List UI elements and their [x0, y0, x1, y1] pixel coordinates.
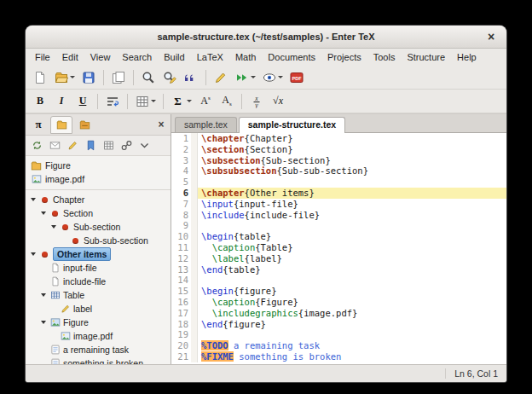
structure-item-section[interactable]: Section	[26, 206, 171, 220]
structure-item-a-remaining-task[interactable]: a remaining task	[26, 343, 171, 356]
save-all-button[interactable]	[108, 67, 129, 87]
quotes-button[interactable]	[181, 67, 201, 87]
code-editor[interactable]: 1\chapter{Chapter}2\section{Section}3\su…	[171, 133, 506, 364]
quickbuild-button[interactable]	[232, 67, 258, 87]
code-line[interactable]: 8\include{include-file}	[171, 210, 506, 221]
close-button[interactable]: ×	[483, 28, 500, 45]
quotes-icon	[184, 70, 199, 84]
underline-button[interactable]: U	[72, 91, 93, 111]
menu-math[interactable]: Math	[229, 50, 262, 64]
main-area: π × Figureimage.pdf ChapterSectionSub-se…	[26, 113, 506, 364]
expand-arrow-icon[interactable]	[29, 198, 37, 201]
pdf-button[interactable]: PDF	[286, 67, 307, 87]
sidebar-list-item-figure[interactable]: Figure	[26, 159, 171, 172]
grid-icon	[103, 140, 115, 152]
edit-button[interactable]	[65, 137, 81, 154]
expand-arrow-icon[interactable]	[39, 321, 47, 324]
bold-button[interactable]: B	[30, 91, 50, 111]
tab-sample-structure-tex[interactable]: sample-structure.tex	[239, 117, 345, 133]
structure-item-label[interactable]: label	[26, 302, 171, 316]
menu-file[interactable]: File	[29, 50, 56, 64]
menu-tools[interactable]: Tools	[367, 50, 402, 64]
tab-sample-tex[interactable]: sample.tex	[175, 117, 237, 132]
bookmark-button[interactable]	[83, 137, 99, 154]
code-line[interactable]: 9	[171, 220, 506, 231]
structure-item-figure[interactable]: Figure	[26, 316, 171, 329]
new-file-icon	[33, 70, 48, 84]
subscript-button[interactable]: As	[217, 91, 237, 111]
code-line[interactable]: 20%TODO a remaining task	[171, 340, 506, 351]
link-button[interactable]	[119, 137, 135, 154]
expand-arrow-icon[interactable]	[39, 211, 47, 215]
code-line[interactable]: 12 \label{label}	[171, 253, 506, 264]
expand-arrow-icon[interactable]	[49, 225, 57, 229]
menu-edit[interactable]: Edit	[56, 50, 84, 64]
code-line[interactable]: 17 \includegraphics{image.pdf}	[171, 308, 506, 319]
collapse-button[interactable]	[136, 137, 153, 154]
expand-arrow-icon[interactable]	[39, 293, 47, 297]
structure-item-sub-section[interactable]: Sub-section	[26, 220, 171, 234]
structure-item-include-file[interactable]: include-file	[26, 275, 171, 288]
code-line[interactable]: 16 \caption{Figure}	[171, 297, 506, 308]
svg-text:y: y	[254, 101, 258, 108]
structure-item-input-file[interactable]: input-file	[26, 261, 171, 275]
code-line[interactable]: 4\subsubsection{Sub-sub-section}	[171, 165, 506, 177]
code-line[interactable]: 6\chapter{Other items}	[171, 188, 506, 199]
math-panel-tab[interactable]: π	[27, 116, 49, 134]
menu-documents[interactable]: Documents	[262, 50, 321, 64]
find-button[interactable]	[138, 67, 159, 87]
menu-search[interactable]: Search	[116, 50, 158, 64]
view-pdf-button[interactable]	[259, 67, 286, 87]
files-panel-tab[interactable]	[73, 116, 95, 134]
superscript-button[interactable]: As	[195, 91, 216, 111]
code-line[interactable]: 14	[171, 275, 506, 286]
code-line[interactable]: 21%FIXME something is broken	[171, 351, 506, 362]
structure-item-other-items[interactable]: Other items	[26, 247, 171, 261]
menu-structure[interactable]: Structure	[401, 50, 451, 64]
menu-help[interactable]: Help	[451, 50, 483, 64]
environments-button[interactable]	[132, 91, 159, 111]
code-line[interactable]: 7\input{input-file}	[171, 199, 506, 210]
structure-panel-tab[interactable]	[50, 116, 72, 134]
menu-build[interactable]: Build	[158, 50, 190, 64]
code-line[interactable]: 13\end{table}	[171, 264, 506, 275]
code-line[interactable]: 10\begin{table}	[171, 231, 506, 242]
sidebar-close-button[interactable]: ×	[153, 117, 169, 132]
structure-item-something-is-broken[interactable]: something is broken	[26, 356, 171, 364]
menu-latex[interactable]: LaTeX	[191, 50, 229, 64]
structure-item-chapter[interactable]: Chapter	[26, 193, 171, 206]
italic-button[interactable]: I	[51, 91, 72, 111]
code-line[interactable]: 5	[171, 177, 506, 188]
replace-button[interactable]	[159, 67, 180, 87]
open-file-button[interactable]	[51, 67, 78, 87]
menu-view[interactable]: View	[84, 50, 117, 64]
structure-item-sub-sub-section[interactable]: Sub-sub-section	[26, 234, 171, 247]
sum-button[interactable]: Σ	[168, 91, 194, 111]
fraction-button[interactable]: xy	[246, 91, 267, 111]
code-line[interactable]: 11 \caption{Table}	[171, 242, 506, 253]
new-file-button[interactable]	[30, 67, 50, 87]
update-structure-button[interactable]	[29, 137, 45, 154]
sqrt-button[interactable]: √x	[268, 91, 288, 111]
expand-arrow-icon[interactable]	[29, 252, 37, 256]
file-icon	[49, 276, 61, 287]
sidebar-list-item-image-pdf[interactable]: image.pdf	[26, 172, 171, 186]
structure-item-image-pdf[interactable]: image.pdf	[26, 329, 171, 343]
code-line[interactable]: 18\end{figure}	[171, 319, 506, 330]
code-line[interactable]: 15\begin{figure}	[171, 286, 506, 297]
toolbar-separator	[103, 70, 104, 85]
code-line[interactable]: 1\chapter{Chapter}	[171, 133, 506, 144]
wrap-button[interactable]	[102, 91, 123, 111]
menu-projects[interactable]: Projects	[321, 50, 367, 64]
format-button[interactable]	[211, 67, 231, 87]
structure-item-table[interactable]: Table	[26, 288, 171, 302]
mail-button[interactable]	[47, 137, 63, 154]
save-button[interactable]	[78, 67, 99, 87]
code-line[interactable]: 19	[171, 329, 506, 340]
code-line[interactable]: 3\subsection{Sub-section}	[171, 155, 506, 166]
title-bar[interactable]: sample-structure.tex (~/test/samples) - …	[26, 26, 506, 49]
grid-button[interactable]	[101, 137, 117, 154]
code-line[interactable]: 2\section{Section}	[171, 144, 506, 155]
files-panel-icon	[78, 119, 90, 130]
triangle-glyph	[51, 225, 56, 229]
